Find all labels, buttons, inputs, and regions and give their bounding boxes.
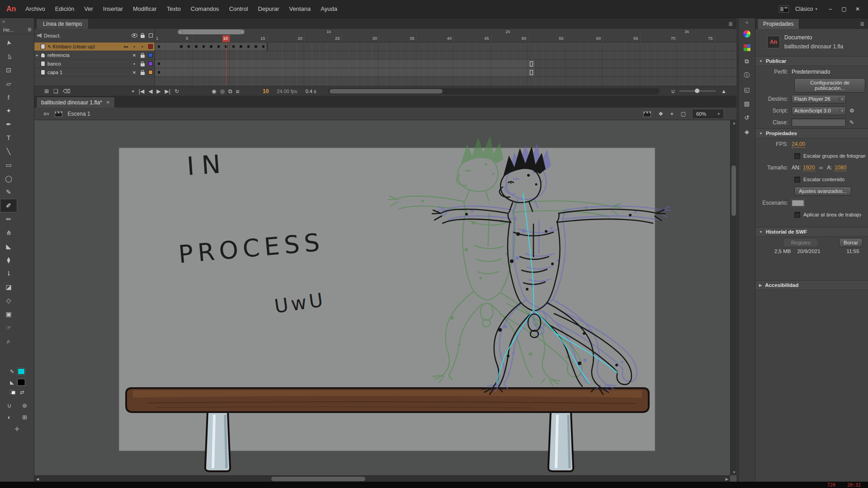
- info-panel-icon[interactable]: ⓘ: [741, 70, 752, 80]
- edit-multiple-frames-button[interactable]: ⧉: [228, 88, 232, 94]
- fill-color-swatch[interactable]: [18, 379, 25, 385]
- step-back-button[interactable]: ◀: [148, 88, 152, 94]
- swap-colors-icon[interactable]: ⇄: [20, 389, 24, 395]
- layer-outline-color[interactable]: [146, 61, 155, 66]
- expand-panels-icon[interactable]: «: [739, 18, 755, 26]
- align-panel-icon[interactable]: ⧉: [741, 56, 752, 66]
- eyedropper-tool[interactable]: ⇂: [0, 267, 17, 280]
- transform-panel-icon[interactable]: ◱: [741, 84, 752, 94]
- new-folder-button[interactable]: ❏: [53, 88, 58, 94]
- maximize-button[interactable]: ▢: [837, 3, 851, 15]
- onion-outlines-button[interactable]: ◎: [220, 88, 224, 94]
- bone-tool[interactable]: ⋔: [0, 226, 17, 239]
- layer-nav-arrows[interactable]: ◂▸: [123, 44, 129, 49]
- motion-presets-panel-icon[interactable]: ◈: [741, 127, 752, 136]
- layer-visibility-toggle[interactable]: ✕: [130, 53, 138, 58]
- magnet-icon[interactable]: ∪: [671, 88, 675, 94]
- menu-ventana[interactable]: Ventana: [284, 0, 316, 18]
- vertical-scrollbar-thumb[interactable]: [731, 165, 736, 216]
- go-first-frame-button[interactable]: |◀: [139, 88, 144, 94]
- horizontal-scrollbar[interactable]: ◀ ▶: [34, 475, 730, 482]
- stroke-color-swatch[interactable]: [18, 368, 25, 375]
- section-accessibility[interactable]: ▶ Accesibilidad: [755, 280, 868, 290]
- back-arrow-icon[interactable]: ⇦: [43, 110, 49, 118]
- edit-scene-button[interactable]: [643, 111, 651, 117]
- tool-option-3[interactable]: ⊞: [17, 411, 33, 423]
- default-colors-icon[interactable]: [10, 390, 15, 394]
- frames-row-capa-1[interactable]: [155, 68, 736, 77]
- scroll-down-icon[interactable]: ▼: [732, 470, 736, 474]
- show-hide-all-toggle[interactable]: [130, 33, 138, 38]
- pen-tool[interactable]: ✒: [0, 117, 17, 131]
- publish-settings-button[interactable]: Configuración de publicación...: [794, 78, 865, 93]
- height-value[interactable]: 1080: [835, 164, 847, 171]
- section-properties[interactable]: ▼ Propiedades: [755, 128, 868, 138]
- tool-option-2[interactable]: ◐: [2, 411, 17, 423]
- collapse-icon[interactable]: «: [2, 19, 5, 24]
- wrench-icon[interactable]: ⚙: [849, 108, 854, 114]
- class-input[interactable]: [792, 118, 846, 127]
- timeline-tab[interactable]: Línea de tiempo: [36, 19, 89, 29]
- section-swf-history[interactable]: ▼ Historial de SWF: [755, 227, 868, 237]
- frame-size-slider[interactable]: [679, 90, 716, 92]
- line-tool[interactable]: ╲: [0, 145, 17, 158]
- frames-rows[interactable]: [155, 42, 736, 86]
- layer-visibility-toggle[interactable]: ✕: [130, 70, 138, 75]
- timeline-scrollbar[interactable]: [328, 88, 660, 94]
- camera-tool[interactable]: ▣: [0, 307, 17, 321]
- zoom-tool[interactable]: ⌕: [0, 334, 17, 348]
- advanced-settings-button[interactable]: Ajustes avanzados...: [794, 187, 851, 196]
- large-frames-icon[interactable]: ▲: [721, 88, 726, 94]
- panel-menu-icon[interactable]: ≣: [860, 21, 864, 27]
- menu-comandos[interactable]: Comandos: [186, 0, 224, 18]
- new-layer-button[interactable]: ⊞: [44, 88, 49, 94]
- width-value[interactable]: 1920: [803, 164, 815, 171]
- tab-properties[interactable]: Propiedades: [757, 19, 799, 29]
- outline-all-toggle[interactable]: [146, 33, 155, 38]
- onion-skin-button[interactable]: ◉: [212, 88, 216, 94]
- color-panel-icon[interactable]: [743, 30, 750, 38]
- layer-lock-toggle[interactable]: [138, 70, 146, 75]
- hand-tool[interactable]: ☞: [0, 321, 17, 334]
- lock-all-toggle[interactable]: [138, 33, 146, 38]
- pencil-icon[interactable]: ✎: [849, 119, 854, 126]
- delete-layer-button[interactable]: ⌫: [63, 88, 71, 94]
- brush-tool[interactable]: ✐: [0, 199, 17, 212]
- layer-visibility-toggle[interactable]: •: [130, 61, 138, 66]
- play-button[interactable]: ▶: [156, 88, 160, 94]
- free-transform-tool[interactable]: ⊡: [0, 63, 17, 77]
- modify-markers-button[interactable]: ⧈: [236, 88, 240, 94]
- panel-menu-icon[interactable]: ≣: [28, 27, 32, 33]
- go-last-frame-button[interactable]: ▶|: [165, 88, 170, 94]
- scroll-left-icon[interactable]: ◀: [36, 477, 39, 481]
- edit-symbols-button[interactable]: ❖: [658, 111, 663, 117]
- close-button[interactable]: ✕: [851, 3, 864, 15]
- menu-ayuda[interactable]: Ayuda: [316, 0, 342, 18]
- layer-capa-1[interactable]: capa 1✕: [34, 68, 155, 77]
- menu-control[interactable]: Control: [224, 0, 253, 18]
- paint-brush-tool[interactable]: ✏: [0, 212, 17, 226]
- layer-outline-color[interactable]: [146, 53, 155, 57]
- clear-button[interactable]: Borrar: [839, 238, 863, 247]
- stage-area[interactable]: IN PROCESS UwU: [34, 120, 736, 482]
- library-panel-icon[interactable]: ▤: [741, 99, 752, 108]
- history-panel-icon[interactable]: ↺: [741, 113, 752, 122]
- menu-insertar[interactable]: Insertar: [98, 0, 128, 18]
- menu-texto[interactable]: Texto: [162, 0, 186, 18]
- minimize-button[interactable]: –: [824, 3, 837, 15]
- center-frame-button[interactable]: ⌖: [132, 88, 135, 94]
- timeline-frames-area[interactable]: 1s2s3s 151015202530354045505560657075: [155, 29, 736, 86]
- layer-outline-color[interactable]: [146, 70, 155, 75]
- stage-canvas[interactable]: IN PROCESS UwU: [34, 120, 736, 482]
- frame-size-knob[interactable]: [695, 89, 699, 93]
- swatches-panel-icon[interactable]: [744, 44, 750, 51]
- panel-menu-icon[interactable]: ≣: [728, 21, 733, 27]
- pencil-tool[interactable]: ✎: [0, 185, 17, 199]
- layer-banco[interactable]: banco•: [34, 60, 155, 68]
- selection-tool[interactable]: ➤: [0, 36, 17, 50]
- tool-option-1[interactable]: ⊚: [17, 399, 33, 411]
- layer-lock-toggle[interactable]: [138, 53, 146, 58]
- lasso-tool[interactable]: ℓ: [0, 90, 17, 104]
- fps-display[interactable]: 24.00 fps: [277, 89, 297, 94]
- tool-option-4[interactable]: ✛: [9, 423, 25, 435]
